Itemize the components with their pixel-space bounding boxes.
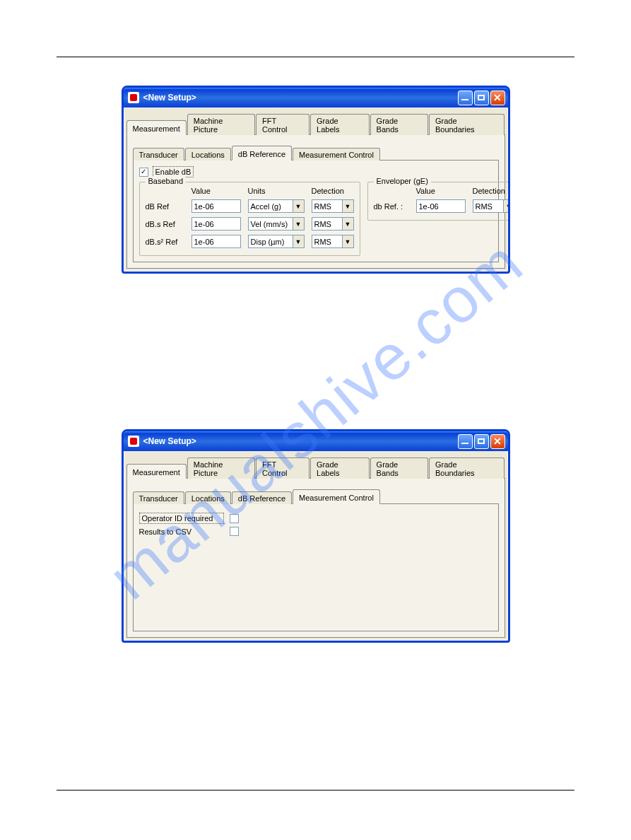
tab-transducer[interactable]: Transducer xyxy=(133,148,184,161)
baseband-legend: Baseband xyxy=(146,177,187,185)
db-ref-units[interactable]: Accel (g)▼ xyxy=(248,199,305,213)
enable-db-label: Enable dB xyxy=(153,166,194,177)
tab-fft-control[interactable]: FFT Control xyxy=(256,114,309,135)
tab-grade-bands[interactable]: Grade Bands xyxy=(370,457,428,479)
row-label: dB.s Ref xyxy=(146,220,184,228)
titlebar[interactable]: <New Setup> ✕ xyxy=(124,88,508,107)
maximize-button[interactable] xyxy=(474,91,489,105)
enveloper-legend: Enveloper (gE) xyxy=(374,177,431,185)
titlebar[interactable]: <New Setup> ✕ xyxy=(124,431,508,451)
outer-tabpanel: Transducer Locations dB Reference Measur… xyxy=(126,479,505,638)
close-button[interactable]: ✕ xyxy=(490,434,505,449)
dbs2-ref-detection[interactable]: RMS▼ xyxy=(312,235,354,248)
inner-tabstrip: Transducer Locations dB Reference Measur… xyxy=(133,489,499,504)
env-db-ref-value[interactable] xyxy=(416,199,466,213)
inner-tabstrip: Transducer Locations dB Reference Measur… xyxy=(133,145,499,161)
inner-tabpanel: Operator ID required Results to CSV xyxy=(133,504,499,631)
tab-db-reference[interactable]: dB Reference xyxy=(232,491,292,504)
tab-machine-picture[interactable]: Machine Picture xyxy=(187,114,255,135)
dbs-ref-units[interactable]: Vel (mm/s)▼ xyxy=(248,217,305,231)
tab-measurement-control[interactable]: Measurement Control xyxy=(293,489,380,504)
tab-db-reference[interactable]: dB Reference xyxy=(232,146,292,161)
chevron-down-icon: ▼ xyxy=(293,200,304,212)
window-title: <New Setup> xyxy=(143,93,458,103)
chevron-down-icon: ▼ xyxy=(342,235,353,247)
tab-measurement[interactable]: Measurement xyxy=(126,464,187,479)
env-row-label: db Ref. : xyxy=(374,202,409,211)
window-db-reference: <New Setup> ✕ Measurement Machine Pictur… xyxy=(122,86,510,274)
outer-tabstrip: Measurement Machine Picture FFT Control … xyxy=(126,113,505,135)
env-col-value: Value xyxy=(416,187,466,195)
tab-grade-bands[interactable]: Grade Bands xyxy=(370,114,428,135)
dbs2-ref-units[interactable]: Disp (µm)▼ xyxy=(248,235,305,248)
window-measurement-control: <New Setup> ✕ Measurement Machine Pictur… xyxy=(122,429,510,643)
dbs2-ref-value[interactable] xyxy=(191,235,241,248)
db-ref-value[interactable] xyxy=(191,199,241,213)
tab-measurement[interactable]: Measurement xyxy=(126,120,187,135)
tab-grade-boundaries[interactable]: Grade Boundaries xyxy=(429,114,505,135)
enveloper-group: Enveloper (gE) Value Detection db Ref. :… xyxy=(367,182,510,221)
rule-bottom xyxy=(57,790,574,791)
tab-grade-labels[interactable]: Grade Labels xyxy=(310,114,370,135)
col-value: Value xyxy=(191,187,241,195)
db-ref-detection[interactable]: RMS▼ xyxy=(312,199,354,213)
tab-transducer[interactable]: Transducer xyxy=(133,491,184,504)
chevron-down-icon: ▼ xyxy=(342,218,353,230)
env-db-ref-detection[interactable]: RMS▼ xyxy=(473,199,510,213)
row-label: dB Ref xyxy=(146,202,184,211)
close-button[interactable]: ✕ xyxy=(490,91,505,105)
row-label: dB.s² Ref xyxy=(146,238,184,246)
chevron-down-icon: ▼ xyxy=(293,235,304,247)
results-csv-label: Results to CSV xyxy=(139,527,224,536)
tab-locations[interactable]: Locations xyxy=(185,491,231,504)
col-units: Units xyxy=(248,187,305,195)
window-title: <New Setup> xyxy=(143,436,458,446)
chevron-down-icon: ▼ xyxy=(293,218,304,230)
chevron-down-icon: ▼ xyxy=(503,200,510,212)
tab-measurement-control[interactable]: Measurement Control xyxy=(293,148,380,161)
tab-locations[interactable]: Locations xyxy=(185,148,231,161)
app-icon xyxy=(128,436,139,447)
outer-tabpanel: Transducer Locations dB Reference Measur… xyxy=(126,135,505,269)
results-csv-checkbox[interactable] xyxy=(230,527,239,536)
operator-id-checkbox[interactable] xyxy=(230,514,239,523)
tab-fft-control[interactable]: FFT Control xyxy=(256,457,309,479)
chevron-down-icon: ▼ xyxy=(342,200,353,212)
app-icon xyxy=(128,92,139,103)
operator-id-label: Operator ID required xyxy=(139,513,224,524)
minimize-button[interactable] xyxy=(458,434,473,449)
maximize-button[interactable] xyxy=(474,434,489,449)
tab-machine-picture[interactable]: Machine Picture xyxy=(187,457,255,479)
inner-tabpanel: ✓ Enable dB Baseband Value Units Detecti… xyxy=(133,161,499,262)
enable-db-checkbox[interactable]: ✓ xyxy=(139,168,148,177)
tab-grade-boundaries[interactable]: Grade Boundaries xyxy=(429,457,505,479)
col-detection: Detection xyxy=(312,187,354,195)
outer-tabstrip: Measurement Machine Picture FFT Control … xyxy=(126,457,505,479)
minimize-button[interactable] xyxy=(458,91,473,105)
env-col-detection: Detection xyxy=(473,187,510,195)
rule-top xyxy=(57,57,574,57)
dbs-ref-detection[interactable]: RMS▼ xyxy=(312,217,354,231)
tab-grade-labels[interactable]: Grade Labels xyxy=(310,457,370,479)
baseband-group: Baseband Value Units Detection dB Ref Ac… xyxy=(139,182,360,256)
dbs-ref-value[interactable] xyxy=(191,217,241,231)
